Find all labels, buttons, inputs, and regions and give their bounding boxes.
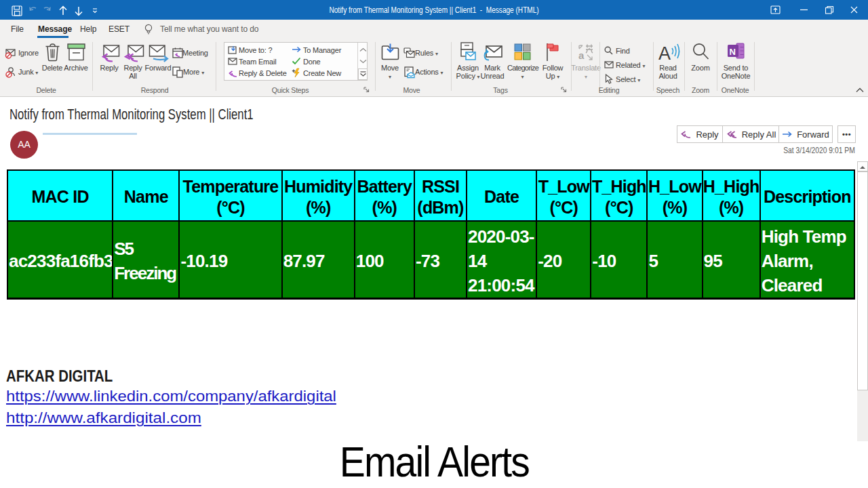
- svg-text:N: N: [730, 47, 736, 57]
- svg-text:A: A: [658, 43, 671, 64]
- svg-text:a: a: [578, 49, 585, 61]
